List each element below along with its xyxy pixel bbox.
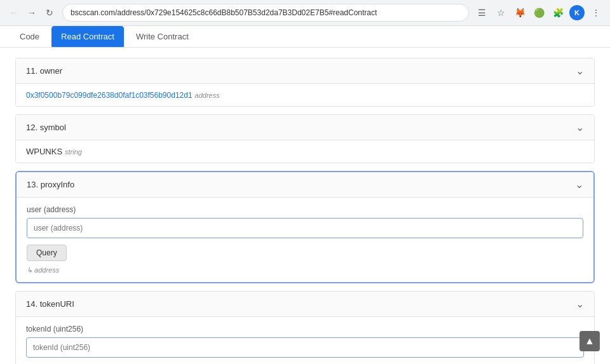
- section-owner: 11. owner ⌄ 0x3f0500b79c099dfe2638d0faf1…: [15, 58, 595, 107]
- address-bar[interactable]: [62, 4, 469, 22]
- section-proxy-header[interactable]: 13. proxyInfo ⌄: [17, 172, 593, 198]
- forward-button[interactable]: →: [24, 5, 39, 20]
- proxy-input-label: user (address): [27, 205, 583, 214]
- chevron-down-icon: ⌄: [576, 65, 584, 77]
- menu-icon[interactable]: ⋮: [588, 5, 604, 20]
- section-proxy-title: 13. proxyInfo: [27, 180, 74, 189]
- proxy-return-label: ↳ address: [27, 266, 583, 274]
- section-symbol-title: 12. symbol: [26, 123, 66, 132]
- owner-type-label: address: [195, 91, 220, 99]
- reader-mode-icon[interactable]: ☰: [474, 5, 489, 20]
- browser-chrome: ← → ↻ ☰ ☆ 🦊 🟢 🧩 K ⋮: [0, 0, 610, 26]
- section-token-uri-header[interactable]: 14. tokenURI ⌄: [16, 292, 594, 317]
- tab-code[interactable]: Code: [10, 26, 49, 47]
- bookmark-icon[interactable]: ☆: [493, 5, 508, 20]
- symbol-value: WPUNKS: [26, 147, 62, 156]
- section-symbol-body: WPUNKSstring: [16, 140, 594, 163]
- main-content: 11. owner ⌄ 0x3f0500b79c099dfe2638d0faf1…: [0, 48, 610, 364]
- scroll-top-button[interactable]: ▲: [580, 331, 600, 351]
- browser-icons: ☰ ☆ 🦊 🟢 🧩 K ⋮: [474, 5, 604, 20]
- token-id-label: tokenId (uint256): [26, 325, 584, 334]
- section-proxy-info: 13. proxyInfo ⌄ user (address) Query ↳ a…: [15, 171, 595, 283]
- section-owner-body: 0x3f0500b79c099dfe2638d0faf1c03f56b90d12…: [16, 84, 594, 106]
- section-owner-title: 11. owner: [26, 66, 62, 76]
- owner-address-link[interactable]: 0x3f0500b79c099dfe2638d0faf1c03f56b90d12…: [26, 91, 193, 100]
- symbol-type-label: string: [65, 148, 82, 156]
- proxy-query-button[interactable]: Query: [27, 245, 67, 261]
- section-symbol-header[interactable]: 12. symbol ⌄: [16, 115, 594, 140]
- nav-buttons: ← → ↻: [6, 5, 57, 20]
- chevron-down-icon: ⌄: [576, 298, 584, 310]
- tab-bar: Code Read Contract Write Contract: [0, 26, 610, 48]
- section-symbol: 12. symbol ⌄ WPUNKSstring: [15, 114, 595, 163]
- extension-icon2[interactable]: 🟢: [531, 5, 546, 20]
- token-id-input[interactable]: [26, 337, 584, 358]
- chevron-down-icon: ⌄: [575, 179, 583, 191]
- section-owner-header[interactable]: 11. owner ⌄: [16, 58, 594, 84]
- tab-read-contract[interactable]: Read Contract: [51, 26, 124, 47]
- back-button[interactable]: ←: [6, 5, 22, 20]
- proxy-query-form: user (address) Query ↳ address: [17, 198, 593, 282]
- extension-icon1[interactable]: 🦊: [512, 5, 527, 20]
- tab-write-contract[interactable]: Write Contract: [126, 26, 198, 47]
- profile-avatar[interactable]: K: [569, 5, 585, 20]
- chevron-down-icon: ⌄: [576, 121, 584, 133]
- token-uri-query-form: tokenId (uint256) Query ↳ string: [16, 317, 594, 364]
- section-token-uri-title: 14. tokenURI: [26, 299, 74, 309]
- proxy-address-input[interactable]: [27, 218, 583, 238]
- section-token-uri: 14. tokenURI ⌄ tokenId (uint256) Query ↳…: [15, 291, 595, 364]
- refresh-button[interactable]: ↻: [42, 5, 57, 20]
- extension-icon3[interactable]: 🧩: [550, 5, 566, 20]
